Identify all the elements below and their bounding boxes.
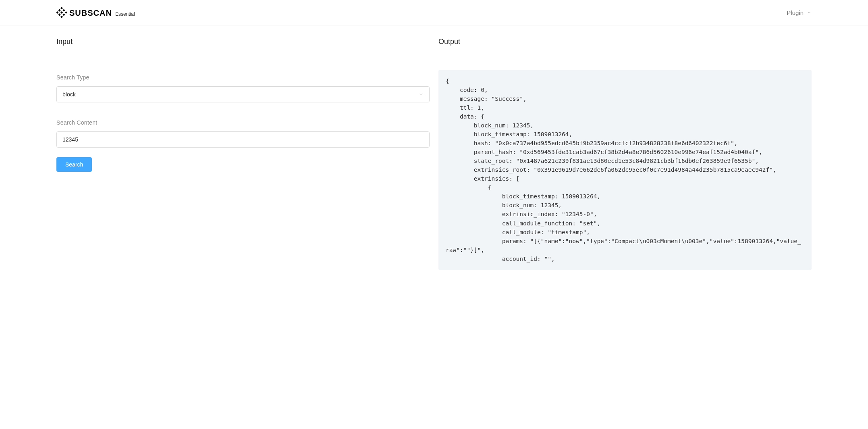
brand-name: SUBSCAN: [69, 8, 112, 18]
search-type-label: Search Type: [56, 74, 430, 81]
chevron-down-icon: [419, 92, 424, 97]
chevron-down-icon: [807, 10, 812, 15]
svg-rect-7: [62, 13, 65, 16]
search-type-value: block: [62, 91, 76, 98]
logo[interactable]: SUBSCAN Essential: [56, 7, 135, 18]
svg-rect-5: [65, 11, 67, 14]
search-content-input[interactable]: [56, 131, 430, 148]
svg-rect-6: [58, 13, 61, 16]
header: SUBSCAN Essential Plugin: [0, 0, 868, 25]
svg-rect-0: [60, 7, 63, 9]
svg-rect-3: [56, 11, 58, 14]
output-title: Output: [438, 37, 812, 46]
output-panel: Output { code: 0, message: "Success", tt…: [438, 37, 812, 270]
search-content-label: Search Content: [56, 119, 430, 126]
search-type-select-wrapper: block: [56, 86, 430, 102]
svg-rect-4: [60, 11, 63, 14]
search-type-select[interactable]: block: [56, 86, 430, 102]
search-button[interactable]: Search: [56, 157, 92, 172]
output-code: { code: 0, message: "Success", ttl: 1, d…: [438, 70, 812, 270]
svg-rect-1: [58, 9, 61, 12]
brand-suffix: Essential: [115, 11, 135, 18]
main-content: Input Search Type block Search Content S…: [0, 25, 868, 282]
input-title: Input: [56, 37, 430, 46]
plugin-label: Plugin: [787, 9, 804, 16]
input-panel: Input Search Type block Search Content S…: [56, 37, 430, 270]
svg-rect-2: [62, 9, 65, 12]
svg-rect-8: [60, 16, 63, 18]
logo-icon: [56, 7, 67, 18]
plugin-menu[interactable]: Plugin: [787, 9, 812, 16]
